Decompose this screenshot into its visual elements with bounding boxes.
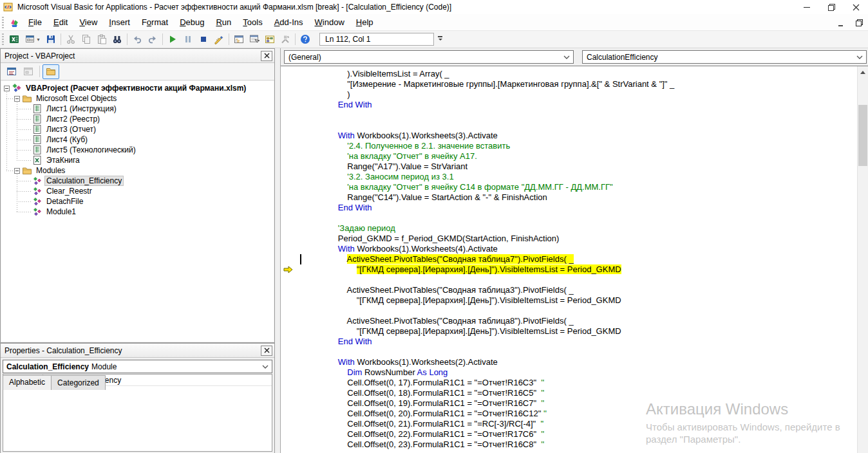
code-line[interactable]: ActiveSheet.PivotTables("Сводная таблица… [281,316,868,326]
code-line[interactable]: End With [281,203,868,213]
find-button[interactable] [109,32,125,47]
tree-item-modules[interactable]: Modules [1,165,274,176]
code-line[interactable]: Dim RowsNumber As Long [281,367,868,378]
execution-highlight: "[ГКМД сервера].[Иерархия].[День]").Visi… [357,264,621,274]
code-line[interactable] [281,306,868,316]
code-line[interactable]: With Workbooks(1).Worksheets(2).Activate [281,357,868,367]
reset-button[interactable] [196,32,211,47]
code-line[interactable]: 'на вкладку "Отчет" в ячейку C14 в форма… [281,182,868,192]
code-line[interactable]: "[ГКМД сервера].[Иерархия].[День]").Visi… [281,264,868,275]
tree-connector-line [17,191,32,192]
toggle-folders-button[interactable] [42,64,59,79]
code-line[interactable] [281,213,868,223]
view-code-button[interactable] [3,64,20,79]
tree-item-лист3-отчет[interactable]: Лист3 (Отчет) [1,124,274,134]
procedure-dropdown[interactable]: CalculationEfficiency [582,50,867,64]
tab-alphabetic[interactable]: Alphabetic [3,375,52,390]
menu-insert[interactable]: Insert [103,15,136,29]
code-line[interactable] [281,347,868,357]
menu-view[interactable]: View [73,15,103,29]
tree-item-лист1-инструкция[interactable]: Лист1 (Инструкция) [1,104,274,114]
code-line[interactable]: ).VisibleItemsList = Array( _ [281,69,868,79]
code-line[interactable]: '3.2. Заносим период из 3.1 [281,172,868,182]
project-explorer-icon [234,34,244,44]
code-line[interactable]: "[Измерение - Маркетинговые группы].[Мар… [281,79,868,89]
tab-categorized[interactable]: Categorized [51,375,106,390]
code-window: (General) CalculationEfficiency ).Visibl… [280,48,868,453]
project-panel-close-button[interactable] [261,51,272,61]
properties-panel-close-button[interactable] [261,346,272,356]
menu-file[interactable]: File [23,15,48,29]
project-explorer-button[interactable] [231,32,247,47]
menu-addins[interactable]: Add-Ins [269,15,309,29]
help-button[interactable] [297,32,313,47]
code-line[interactable]: 'на вкладку "Отчет" в ячейку A17. [281,151,868,162]
code-line[interactable]: Cell.Offset(0, 19).FormulaR1C1 = "=Отчет… [281,398,868,409]
child-minimize-button[interactable] [836,18,846,27]
code-line[interactable]: Range("A17").Value = StrVariant [281,162,868,172]
scroll-up-button[interactable] [858,66,868,77]
code-line[interactable]: '2.4. Полученное в 2.1. значение вставит… [281,141,868,151]
code-line[interactable]: 'Задаю период [281,223,868,234]
code-line[interactable]: Cell.Offset(0, 22).FormulaR1C1 = "=Отчет… [281,429,868,439]
vertical-scrollbar[interactable] [857,66,868,453]
child-restore-button[interactable] [854,18,864,27]
scrollbar-thumb[interactable] [858,105,867,166]
properties-window-button[interactable] [247,32,262,47]
folder-icon [22,93,32,104]
view-excel-button[interactable] [6,32,22,47]
tree-item-этакнига[interactable]: ЭтаКнига [1,155,274,165]
menu-edit[interactable]: Edit [48,15,73,29]
tree-item-calculation-efficiency[interactable]: Calculation_Efficiency [1,176,274,186]
code-line[interactable] [281,275,868,285]
menu-help[interactable]: Help [350,15,379,29]
minimize-button[interactable] [795,0,819,14]
tree-item-лист5-технологический[interactable]: Лист5 (Технологический) [1,145,274,155]
menu-format[interactable]: Format [136,15,174,29]
tree-item-microsoft-excel-objects[interactable]: Microsoft Excel Objects [1,93,274,104]
code-line[interactable]: ) [281,89,868,100]
run-button[interactable] [165,32,180,47]
tree-item-clear-reestr[interactable]: Clear_Reestr [1,186,274,196]
code-line[interactable]: Period_GKMD = f_Period_GKMD(StartAction,… [281,234,868,244]
close-button[interactable] [844,0,868,14]
object-browser-button[interactable] [262,32,278,47]
code-line[interactable]: Cell.Offset(0, 17).FormulaR1C1 = "=Отчет… [281,378,868,388]
menu-window[interactable]: Window [309,15,350,29]
code-line[interactable]: With Workbooks(1).Worksheets(4).Activate [281,244,868,254]
code-editor[interactable]: ).VisibleItemsList = Array( _ "[Измерени… [281,66,868,453]
code-line[interactable]: With Workbooks(1).Worksheets(3).Activate [281,131,868,141]
code-line[interactable]: "[ГКМД сервера].[Иерархия].[День]").Visi… [281,295,868,306]
code-line[interactable]: End With [281,100,868,110]
code-line[interactable]: ActiveSheet.PivotTables("Сводная таблица… [281,254,868,264]
code-line[interactable]: Cell.Offset(0, 23).FormulaR1C1 = "=Отчет… [281,439,868,450]
properties-object-dropdown[interactable]: Calculation_Efficiency Module [3,360,272,373]
object-dropdown[interactable]: (General) [284,50,574,64]
tree-expander-minus[interactable] [4,86,10,91]
menu-run[interactable]: Run [210,15,237,29]
menu-debug[interactable]: Debug [174,15,210,29]
code-line[interactable]: Cell.Offset(0, 18).FormulaR1C1 = "=Отчет… [281,388,868,398]
code-line[interactable]: "[ГКМД сервера].[Иерархия].[День]").Visi… [281,326,868,337]
tree-expander-minus[interactable] [14,168,20,174]
tree-item-vbaproject-расчет-эффективности-акций-фармани-xlsm[interactable]: VBAProject (Расчет эффективности акций Ф… [1,83,274,93]
tree-item-module1[interactable]: Module1 [1,207,274,217]
tree-item-лист4-куб[interactable]: Лист4 (Куб) [1,134,274,145]
code-line[interactable] [281,110,868,120]
code-line[interactable]: Cell.Offset(0, 20).FormulaR1C1 = "=Отчет… [281,409,868,419]
tree-item-лист2-реестр[interactable]: Лист2 (Реестр) [1,114,274,124]
code-window-icon[interactable] [9,17,20,28]
menu-tools[interactable]: Tools [237,15,268,29]
code-line[interactable] [281,120,868,131]
code-line[interactable]: ActiveSheet.PivotTables("Сводная таблица… [281,285,868,295]
tree-expander-minus[interactable] [14,96,20,102]
code-line[interactable]: Range("C14").Value = StartAction & "-" &… [281,192,868,203]
insert-userform-button[interactable]: ▾ [22,32,43,47]
code-line[interactable]: End With [281,337,868,347]
toolbar-overflow-button[interactable] [435,32,445,47]
tree-item-detachfile[interactable]: DetachFile [1,196,274,207]
restore-button[interactable] [819,0,844,14]
save-button[interactable] [43,32,59,47]
code-line[interactable]: Cell.Offset(0, 21).FormulaR1C1 = "=RC[-3… [281,419,868,429]
design-mode-button[interactable] [211,32,227,47]
